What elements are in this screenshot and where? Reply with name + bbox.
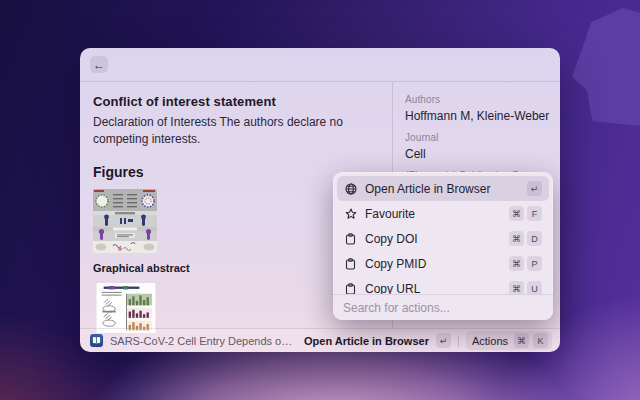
menu-item-label: Copy URL (365, 282, 501, 295)
article-title: SARS-CoV-2 Cell Entry Depends on ACE2 an… (110, 335, 297, 347)
section-body: Declaration of Interests The authors dec… (93, 114, 378, 148)
menu-item-label: Copy PMID (365, 257, 501, 271)
primary-action-label[interactable]: Open Article in Browser (304, 335, 429, 347)
menu-item-copy-doi[interactable]: Copy DOI ⌘ D (337, 226, 549, 251)
back-arrow-icon: ← (93, 58, 105, 72)
menu-item-copy-url[interactable]: Copy URL ⌘ U (337, 276, 549, 294)
menu-item-label: Open Article in Browser (365, 182, 519, 196)
return-key-badge: ↵ (436, 333, 451, 348)
metadata-field-authors: Authors Hoffmann M, Kleine-Weber H, Schr… (405, 94, 550, 123)
globe-icon (344, 183, 357, 195)
back-button[interactable]: ← (90, 56, 108, 73)
actions-menu-list: Open Article in Browser ↵ Favourite ⌘ F … (333, 172, 553, 294)
actions-button[interactable]: Actions ⌘ K (466, 331, 552, 350)
actions-label: Actions (470, 335, 510, 347)
menu-item-open-article-in-browser[interactable]: Open Article in Browser ↵ (337, 176, 549, 201)
k-key-badge: K (533, 333, 548, 348)
menu-item-label: Copy DOI (365, 232, 501, 246)
p-key-badge: P (527, 256, 542, 271)
menu-item-copy-pmid[interactable]: Copy PMID ⌘ P (337, 251, 549, 276)
field-value: Hoffmann M, Kleine-Weber H, Schr... (405, 109, 550, 123)
metadata-field-journal: Journal Cell (405, 132, 550, 161)
star-icon (344, 208, 357, 220)
field-value: Cell (405, 147, 550, 161)
clipboard-icon (344, 233, 357, 245)
section-title: Conflict of interest statement (93, 94, 378, 109)
cmd-key-badge: ⌘ (514, 333, 529, 348)
clipboard-icon (344, 258, 357, 270)
cmd-key-badge: ⌘ (509, 281, 524, 294)
field-label: Journal (405, 132, 550, 143)
f-key-badge: F (527, 206, 542, 221)
u-key-badge: U (527, 281, 542, 294)
actions-search-input[interactable] (343, 301, 543, 315)
actions-menu: Open Article in Browser ↵ Favourite ⌘ F … (333, 172, 553, 320)
cmd-key-badge: ⌘ (509, 231, 524, 246)
clipboard-icon (344, 283, 357, 295)
menu-item-label: Favourite (365, 207, 501, 221)
cmd-key-badge: ⌘ (509, 256, 524, 271)
pubmed-app-icon (90, 334, 103, 347)
field-label: Authors (405, 94, 550, 105)
return-key-badge: ↵ (527, 181, 542, 196)
figure-thumbnail[interactable] (93, 283, 159, 333)
status-bar: SARS-CoV-2 Cell Entry Depends on ACE2 an… (80, 328, 560, 352)
cmd-key-badge: ⌘ (509, 206, 524, 221)
window-header: ← (80, 48, 560, 82)
actions-search-bar (333, 294, 553, 320)
menu-item-favourite[interactable]: Favourite ⌘ F (337, 201, 549, 226)
divider (458, 335, 459, 347)
graphical-abstract-thumbnail[interactable] (93, 189, 157, 253)
d-key-badge: D (527, 231, 542, 246)
wallpaper-shape (572, 8, 640, 126)
